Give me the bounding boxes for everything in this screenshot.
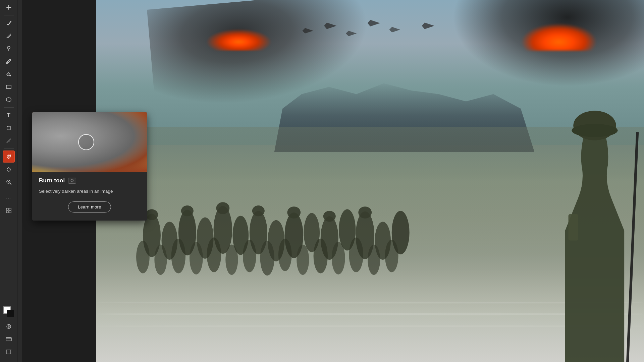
tooltip-shortcut-badge: O bbox=[68, 178, 76, 184]
svg-line-1 bbox=[8, 21, 11, 25]
svg-point-47 bbox=[225, 245, 238, 275]
svg-rect-18 bbox=[9, 211, 11, 213]
tool-burn[interactable] bbox=[3, 150, 15, 163]
svg-line-8 bbox=[9, 141, 9, 141]
svg-point-51 bbox=[297, 245, 309, 275]
svg-point-61 bbox=[287, 206, 301, 219]
svg-point-5 bbox=[6, 62, 8, 64]
svg-point-48 bbox=[243, 240, 256, 272]
svg-point-9 bbox=[7, 168, 10, 171]
foreground-soldier-right bbox=[545, 36, 644, 362]
svg-point-54 bbox=[349, 237, 363, 272]
svg-point-52 bbox=[313, 239, 327, 274]
svg-rect-17 bbox=[6, 211, 8, 213]
tool-artboard[interactable] bbox=[3, 346, 15, 358]
svg-rect-15 bbox=[6, 208, 8, 210]
tool-paint-bucket[interactable] bbox=[3, 68, 15, 80]
toolbar: T bbox=[0, 0, 17, 362]
canvas-area[interactable] bbox=[96, 0, 644, 362]
svg-point-65 bbox=[572, 124, 618, 137]
svg-point-49 bbox=[260, 241, 274, 276]
ruler-vertical bbox=[17, 0, 22, 362]
tool-transform[interactable] bbox=[3, 122, 15, 134]
svg-point-53 bbox=[332, 242, 345, 274]
tooltip-body: Burn tool O Selectively darken areas in … bbox=[32, 172, 147, 221]
learn-more-button[interactable]: Learn more bbox=[68, 201, 111, 213]
tool-lasso[interactable] bbox=[3, 94, 15, 106]
toolbar-separator-3 bbox=[4, 148, 14, 149]
svg-rect-66 bbox=[569, 214, 578, 240]
toolbar-separator-4 bbox=[4, 190, 14, 190]
svg-rect-6 bbox=[6, 85, 11, 88]
svg-point-57 bbox=[146, 209, 158, 220]
svg-point-60 bbox=[252, 205, 264, 216]
svg-point-55 bbox=[368, 245, 380, 275]
tool-brush[interactable] bbox=[3, 17, 15, 29]
tool-dodge[interactable] bbox=[3, 163, 15, 175]
toolbar-separator-1 bbox=[4, 15, 14, 15]
tool-ruler[interactable] bbox=[3, 135, 15, 147]
burn-tool-tooltip: Burn tool O Selectively darken areas in … bbox=[32, 112, 147, 221]
svg-point-63 bbox=[358, 206, 372, 219]
aircraft-layer bbox=[206, 12, 535, 55]
svg-line-67 bbox=[628, 132, 637, 362]
svg-point-56 bbox=[385, 240, 398, 272]
svg-line-12 bbox=[10, 183, 11, 184]
svg-point-44 bbox=[171, 239, 185, 274]
svg-point-45 bbox=[190, 242, 203, 274]
svg-line-2 bbox=[10, 34, 11, 35]
tool-more[interactable]: ··· bbox=[3, 192, 15, 204]
tool-arrange[interactable] bbox=[3, 204, 15, 217]
tooltip-tool-name: Burn tool bbox=[39, 177, 65, 184]
svg-point-3 bbox=[7, 46, 10, 49]
brush-cursor-circle bbox=[78, 134, 94, 150]
tool-quick-mask[interactable] bbox=[3, 320, 15, 333]
svg-point-42 bbox=[136, 241, 150, 273]
svg-point-46 bbox=[207, 237, 221, 272]
tool-smudge[interactable] bbox=[3, 43, 15, 55]
toolbar-separator-2 bbox=[4, 107, 14, 108]
tool-eyedropper[interactable] bbox=[3, 55, 15, 67]
soldiers-crowd bbox=[107, 127, 507, 290]
svg-point-43 bbox=[154, 245, 167, 275]
tooltip-title-row: Burn tool O bbox=[39, 177, 140, 184]
tool-frame-mode[interactable] bbox=[3, 333, 15, 345]
tooltip-description: Selectively darken areas in an image bbox=[39, 188, 140, 195]
tool-zoom[interactable] bbox=[3, 176, 15, 188]
main-content: Burn tool O Selectively darken areas in … bbox=[17, 0, 644, 362]
stone-preview-content bbox=[32, 112, 147, 172]
tool-text[interactable]: T bbox=[3, 109, 15, 121]
color-swatches[interactable] bbox=[3, 306, 15, 318]
svg-point-62 bbox=[323, 211, 335, 222]
svg-point-59 bbox=[216, 202, 229, 214]
svg-rect-20 bbox=[6, 338, 11, 341]
tool-move[interactable] bbox=[3, 1, 15, 13]
tool-pencil[interactable] bbox=[3, 30, 15, 42]
svg-rect-16 bbox=[9, 208, 11, 210]
svg-rect-22 bbox=[7, 350, 11, 354]
tooltip-preview-image bbox=[32, 112, 147, 172]
war-scene-background bbox=[96, 0, 644, 362]
tool-rectangle[interactable] bbox=[3, 81, 15, 93]
svg-point-58 bbox=[181, 205, 194, 216]
svg-point-50 bbox=[278, 239, 292, 271]
